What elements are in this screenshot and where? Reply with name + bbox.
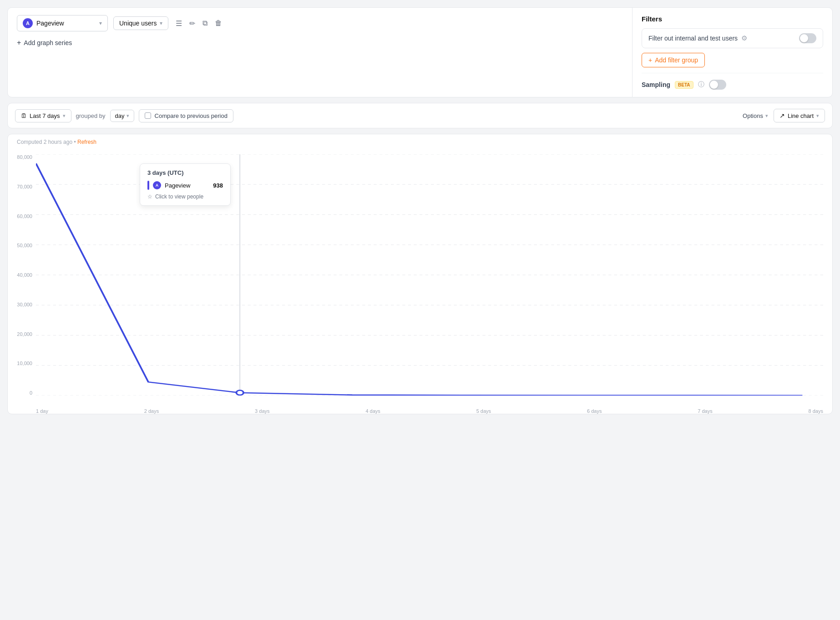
x-label-1day: 1 day bbox=[36, 408, 48, 414]
sampling-toggle-knob bbox=[710, 81, 718, 89]
series-chevron-icon: ▾ bbox=[99, 20, 102, 26]
line-chart-icon: ↗ bbox=[779, 112, 785, 119]
date-range-selector[interactable]: 🗓 Last 7 days ▾ bbox=[15, 109, 71, 122]
filter-text: Filter out internal and test users bbox=[648, 35, 738, 42]
sampling-toggle[interactable] bbox=[709, 80, 726, 90]
series-name: Pageview bbox=[36, 20, 96, 27]
filter-icon[interactable]: ☰ bbox=[174, 17, 184, 30]
x-label-6days: 6 days bbox=[587, 408, 602, 414]
chart-meta: Computed 2 hours ago • Refresh bbox=[8, 134, 832, 150]
filters-panel: Filters Filter out internal and test use… bbox=[632, 8, 832, 97]
y-label-40000: 40,000 bbox=[17, 272, 32, 278]
add-filter-plus-icon: + bbox=[648, 56, 652, 64]
metric-label: Unique users bbox=[119, 20, 157, 27]
series-selector[interactable]: A Pageview ▾ bbox=[17, 15, 108, 31]
compare-checkbox[interactable] bbox=[145, 112, 151, 119]
add-filter-label: Add filter group bbox=[655, 56, 698, 64]
delete-icon[interactable]: 🗑 bbox=[213, 17, 224, 29]
calendar-icon: 🗓 bbox=[21, 112, 27, 119]
sampling-info-icon[interactable]: ⓘ bbox=[698, 81, 704, 89]
sampling-label: Sampling bbox=[642, 81, 670, 88]
chart-type-selector[interactable]: ↗ Line chart ▾ bbox=[774, 109, 825, 122]
tooltip-value: 938 bbox=[213, 182, 223, 189]
filter-gear-icon[interactable]: ⚙ bbox=[741, 34, 747, 42]
filters-title: Filters bbox=[642, 15, 823, 23]
series-avatar: A bbox=[23, 18, 33, 28]
beta-badge: BETA bbox=[675, 81, 693, 89]
grouped-by-text: grouped by bbox=[76, 112, 106, 119]
options-chevron-icon: ▾ bbox=[765, 113, 768, 119]
controls-left: 🗓 Last 7 days ▾ grouped by day ▾ Compare… bbox=[15, 109, 233, 122]
metric-chevron-icon: ▾ bbox=[160, 20, 162, 26]
chart-container: 80,000 70,000 60,000 50,000 40,000 30,00… bbox=[8, 150, 832, 414]
compare-checkbox-row[interactable]: Compare to previous period bbox=[139, 109, 233, 122]
chart-type-chevron-icon: ▾ bbox=[816, 113, 819, 119]
x-label-4days: 4 days bbox=[365, 408, 380, 414]
svg-point-10 bbox=[236, 390, 243, 395]
tooltip-bar bbox=[147, 181, 149, 190]
filter-label: Filter out internal and test users ⚙ bbox=[648, 34, 747, 42]
cursor-icon: ☆ bbox=[147, 193, 152, 200]
date-range-label: Last 7 days bbox=[30, 112, 60, 119]
date-chevron-icon: ▾ bbox=[63, 113, 66, 119]
controls-right: Options ▾ ↗ Line chart ▾ bbox=[743, 109, 825, 122]
add-series-label: Add graph series bbox=[24, 39, 72, 46]
add-series-plus-icon: + bbox=[17, 39, 21, 47]
filter-toggle[interactable] bbox=[799, 33, 816, 43]
y-label-0: 0 bbox=[30, 390, 32, 396]
y-label-10000: 10,000 bbox=[17, 361, 32, 366]
chart-tooltip: 3 days (UTC) A Pageview 938 ☆ Click to v… bbox=[140, 163, 231, 206]
add-filter-button[interactable]: + Add filter group bbox=[642, 53, 705, 67]
options-label: Options bbox=[743, 112, 763, 119]
group-by-value: day bbox=[115, 112, 125, 119]
metric-selector[interactable]: Unique users ▾ bbox=[113, 16, 168, 30]
add-series-button[interactable]: + Add graph series bbox=[17, 37, 623, 49]
x-label-2days: 2 days bbox=[144, 408, 159, 414]
y-label-30000: 30,000 bbox=[17, 302, 32, 307]
y-label-60000: 60,000 bbox=[17, 213, 32, 219]
tooltip-title: 3 days (UTC) bbox=[147, 169, 223, 176]
refresh-button[interactable]: Refresh bbox=[77, 139, 96, 145]
x-label-7days: 7 days bbox=[698, 408, 712, 414]
tooltip-event-name: Pageview bbox=[165, 182, 209, 189]
copy-icon[interactable]: ⧉ bbox=[201, 17, 209, 29]
tooltip-click-people[interactable]: ☆ Click to view people bbox=[147, 193, 223, 200]
toolbar: ☰ ✏ ⧉ 🗑 bbox=[174, 17, 224, 30]
group-by-selector[interactable]: day ▾ bbox=[110, 110, 134, 122]
y-label-70000: 70,000 bbox=[17, 184, 32, 189]
tooltip-data-row: A Pageview 938 bbox=[147, 181, 223, 190]
tooltip-avatar: A bbox=[153, 181, 161, 189]
y-label-50000: 50,000 bbox=[17, 243, 32, 248]
chart-type-label: Line chart bbox=[788, 112, 814, 119]
sampling-row: Sampling BETA ⓘ bbox=[642, 73, 823, 90]
chart-card: Computed 2 hours ago • Refresh 80,000 70… bbox=[7, 134, 833, 414]
y-label-80000: 80,000 bbox=[17, 154, 32, 160]
x-label-3days: 3 days bbox=[255, 408, 269, 414]
y-label-20000: 20,000 bbox=[17, 331, 32, 337]
compare-label: Compare to previous period bbox=[155, 112, 228, 119]
x-label-8days: 8 days bbox=[809, 408, 823, 414]
filter-row: Filter out internal and test users ⚙ bbox=[642, 28, 823, 48]
group-chevron-icon: ▾ bbox=[127, 113, 129, 119]
x-label-5days: 5 days bbox=[476, 408, 491, 414]
options-button[interactable]: Options ▾ bbox=[743, 112, 768, 119]
edit-icon[interactable]: ✏ bbox=[187, 17, 197, 30]
filter-toggle-knob bbox=[800, 34, 808, 42]
controls-row: 🗓 Last 7 days ▾ grouped by day ▾ Compare… bbox=[8, 103, 832, 128]
click-to-view-label: Click to view people bbox=[155, 193, 203, 200]
computed-text: Computed 2 hours ago bbox=[17, 139, 72, 145]
